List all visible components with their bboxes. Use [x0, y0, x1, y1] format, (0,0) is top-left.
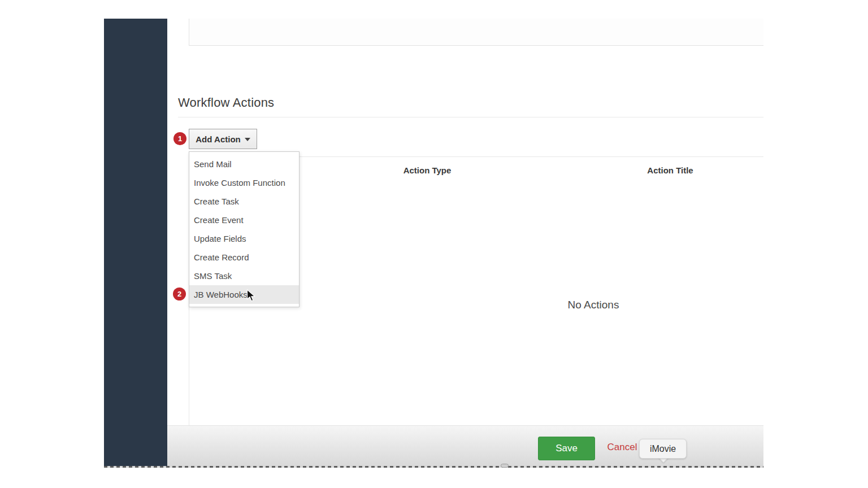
imovie-tooltip: iMovie: [639, 439, 687, 459]
menu-item-send-mail[interactable]: Send Mail: [189, 155, 299, 173]
menu-item-jb-webhooks[interactable]: JB WebHooks: [189, 285, 299, 304]
previous-section-box: [189, 19, 763, 46]
column-header-action-title: Action Title: [614, 165, 727, 175]
menu-item-sms-task[interactable]: SMS Task: [189, 267, 299, 285]
add-action-button[interactable]: Add Action: [189, 129, 257, 149]
menu-item-invoke-custom-function[interactable]: Invoke Custom Function: [189, 173, 299, 192]
mouse-cursor: [246, 289, 256, 304]
menu-item-create-task[interactable]: Create Task: [189, 192, 299, 211]
menu-item-create-event[interactable]: Create Event: [189, 211, 299, 229]
menu-item-create-record[interactable]: Create Record: [189, 248, 299, 267]
add-action-dropdown-menu: Send Mail Invoke Custom Function Create …: [189, 151, 300, 307]
column-header-action-type: Action Type: [371, 165, 484, 175]
capture-region-dashed-border: [104, 466, 763, 468]
sidebar: [104, 19, 167, 466]
capture-region-drag-handle[interactable]: [501, 464, 509, 468]
chevron-down-icon: [245, 138, 250, 141]
add-action-label: Add Action: [196, 134, 240, 144]
cancel-button[interactable]: Cancel: [606, 442, 639, 453]
page-title: Workflow Actions: [178, 95, 274, 110]
menu-item-update-fields[interactable]: Update Fields: [189, 229, 299, 248]
save-button[interactable]: Save: [538, 437, 595, 460]
title-divider: [178, 117, 763, 117]
step-2-badge: 2: [173, 287, 186, 300]
step-1-badge: 1: [173, 132, 186, 145]
no-actions-text: No Actions: [537, 299, 650, 311]
